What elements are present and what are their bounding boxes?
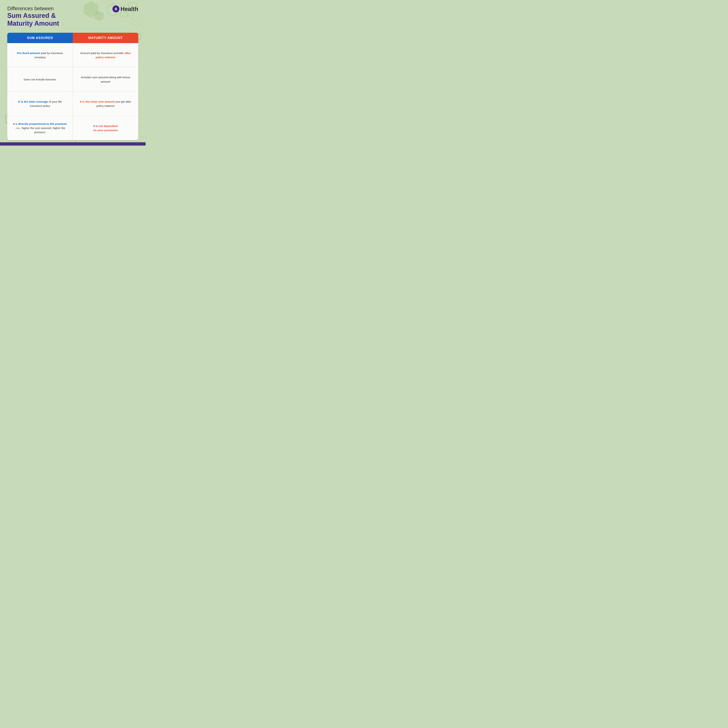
highlight-text: directly proportional to the premium bbox=[18, 122, 67, 125]
table-row: It is directly proportional to the premi… bbox=[7, 116, 138, 140]
table-row: Pre-fixed amount paid by insurance compa… bbox=[7, 43, 138, 67]
cell-maturity-4: It is not dependenton your premiums bbox=[73, 116, 138, 140]
highlight-text: It is the total coverage bbox=[18, 100, 48, 103]
table-header: SUM ASSURED MATURITY AMOUNT bbox=[7, 33, 138, 43]
cell-sum-assured-4: It is directly proportional to the premi… bbox=[7, 116, 73, 140]
cell-maturity-2: Includes sum assured along with bonus am… bbox=[73, 67, 138, 92]
column-header-maturity-amount: MATURITY AMOUNT bbox=[73, 33, 138, 43]
header-section: Differences between Sum Assured & Maturi… bbox=[7, 5, 138, 27]
cell-text: Amount paid by insurance provider bbox=[80, 52, 125, 55]
logo: B Health bbox=[112, 5, 138, 12]
table-row: Does not include bonuses Includes sum as… bbox=[7, 67, 138, 92]
main-title-line2: Maturity Amount bbox=[7, 20, 112, 27]
highlight-text: Pre-fixed amount bbox=[17, 52, 40, 55]
comparison-table: SUM ASSURED MATURITY AMOUNT Pre-fixed am… bbox=[7, 33, 138, 140]
highlight-text: It is the lump sum amount bbox=[80, 100, 115, 103]
cell-text: Does not include bonuses bbox=[24, 77, 56, 81]
title-section: Differences between Sum Assured & Maturi… bbox=[7, 5, 112, 27]
cell-sum-assured-3: It is the total coverage of your life in… bbox=[7, 92, 73, 116]
page-container: Differences between Sum Assured & Maturi… bbox=[0, 0, 145, 145]
table-row: It is the total coverage of your life in… bbox=[7, 92, 138, 116]
cell-maturity-1: Amount paid by insurance provider after … bbox=[73, 43, 138, 67]
cell-text: Includes sum assured along with bonus am… bbox=[78, 75, 133, 84]
main-content: Differences between Sum Assured & Maturi… bbox=[0, 0, 145, 145]
footer-bar bbox=[0, 142, 145, 145]
cell-text: , i.e., higher the sum assured, higher t… bbox=[15, 127, 65, 134]
main-title-line1: Sum Assured & bbox=[7, 12, 112, 20]
cell-sum-assured-1: Pre-fixed amount paid by insurance compa… bbox=[7, 43, 73, 67]
cell-sum-assured-2: Does not include bonuses bbox=[7, 67, 73, 92]
table-body: Pre-fixed amount paid by insurance compa… bbox=[7, 43, 138, 140]
cell-maturity-3: It is the lump sum amount you get after … bbox=[73, 92, 138, 116]
logo-text: Health bbox=[121, 6, 138, 12]
subtitle: Differences between bbox=[7, 5, 112, 12]
column-header-sum-assured: SUM ASSURED bbox=[7, 33, 73, 43]
logo-icon: B bbox=[112, 5, 119, 12]
